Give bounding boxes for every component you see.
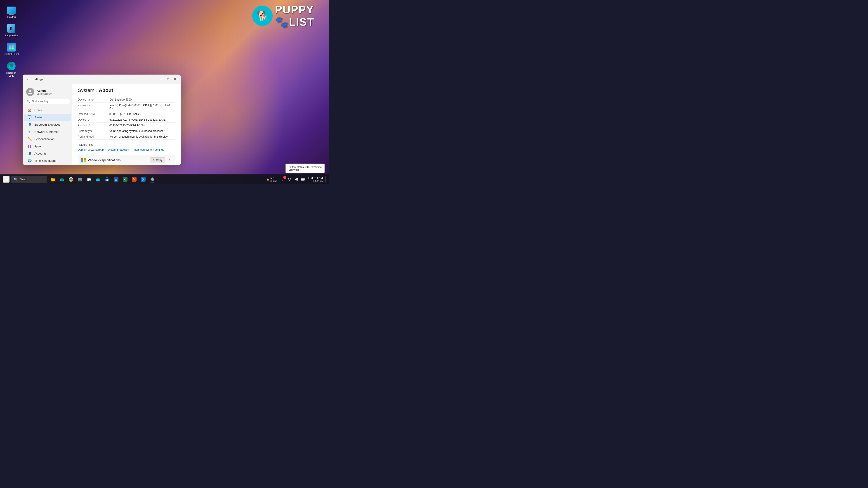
- desktop-icon-this-pc[interactable]: This PC: [2, 4, 20, 20]
- sidebar-item-system[interactable]: System: [24, 113, 71, 121]
- svg-rect-11: [28, 144, 29, 146]
- system-tray: ⌄: [280, 177, 306, 182]
- home-icon: 🏠: [28, 108, 32, 112]
- taskbar-app-excel[interactable]: X: [121, 175, 129, 184]
- info-label-pen-touch: Pen and touch: [78, 135, 110, 138]
- weather-condition: Sunny: [270, 180, 277, 182]
- sidebar-item-network[interactable]: Network & internet: [24, 128, 71, 135]
- sidebar-item-apps[interactable]: Apps: [24, 142, 71, 150]
- start-button[interactable]: ⊞: [3, 176, 10, 183]
- taskbar-app-powerpoint[interactable]: P: [130, 175, 138, 184]
- info-value-ram: 8.00 GB (7.78 GB usable): [110, 112, 176, 116]
- info-row-device-name: Device name Dell-Latitude-5300: [78, 97, 176, 103]
- taskbar-app-files[interactable]: [85, 175, 93, 184]
- sidebar-item-network-label: Network & internet: [34, 130, 59, 133]
- info-row-pen-touch: Pen and touch No pen or touch input is a…: [78, 134, 176, 140]
- info-label-device-id: Device ID: [78, 118, 110, 121]
- edge-label: Microsoft Edge: [3, 71, 19, 77]
- svg-rect-12: [30, 144, 31, 146]
- copy-icon: ⧉: [153, 159, 155, 162]
- personalization-icon: ✏️: [28, 137, 32, 141]
- user-profile: Admin Local Account: [23, 86, 72, 99]
- svg-text:X: X: [124, 178, 126, 181]
- weather-widget[interactable]: ☀️ 68°F Sunny: [265, 176, 278, 183]
- info-value-device-name: Dell-Latitude-5300: [110, 98, 176, 101]
- collapse-button[interactable]: ∧: [167, 158, 172, 162]
- desktop: This PC 🗑 Recycle Bin Control Panel: [0, 0, 329, 184]
- related-link-domain[interactable]: Domain or workgroup: [78, 148, 104, 151]
- taskbar-search[interactable]: 🔍 Search: [11, 176, 47, 183]
- svg-rect-14: [30, 147, 31, 148]
- show-desktop-button[interactable]: [326, 176, 327, 183]
- taskbar: ⊞ 🔍 Search: [0, 174, 329, 184]
- desktop-icon-control-panel[interactable]: Control Panel: [2, 41, 20, 57]
- copy-label: Copy: [156, 159, 162, 162]
- battery-status-line2: 15h 9min: [288, 168, 322, 171]
- window-body: Admin Local Account 🔍 🏠 Home: [23, 84, 181, 165]
- bluetooth-icon: 𝔅: [28, 123, 32, 127]
- sidebar-item-home[interactable]: 🏠 Home: [24, 106, 71, 113]
- windows-specs-title: Windows specifications: [88, 158, 121, 162]
- puppylist-paw-icon: 🐾: [275, 16, 289, 28]
- maximize-button[interactable]: □: [165, 76, 171, 82]
- taskbar-app-camera[interactable]: [76, 175, 84, 184]
- titlebar-left: ← Settings: [25, 76, 43, 82]
- notification-chevron[interactable]: ⌄: [280, 177, 285, 182]
- svg-rect-2: [9, 47, 11, 50]
- taskbar-app-outlook[interactable]: O: [139, 175, 147, 184]
- date-display: 2/25/2025: [308, 180, 323, 182]
- breadcrumb-parent: System: [78, 88, 94, 93]
- taskbar-app-edge[interactable]: [58, 175, 66, 184]
- windows-specs-header[interactable]: Windows specifications ⧉ Copy ∧: [78, 155, 175, 165]
- window-back-button[interactable]: ←: [25, 76, 31, 82]
- user-avatar: [26, 88, 34, 96]
- copy-button[interactable]: ⧉ Copy: [150, 158, 165, 163]
- sidebar-item-bluetooth-label: Bluetooth & devices: [34, 123, 60, 126]
- svg-point-6: [29, 90, 31, 92]
- taskbar-search-icon: 🔍: [13, 177, 18, 182]
- taskbar-clock[interactable]: 11:35:11 AM 2/25/2025: [308, 176, 323, 182]
- desktop-icon-recycle-bin[interactable]: 🗑 Recycle Bin: [2, 23, 20, 38]
- svg-rect-9: [29, 119, 31, 119]
- sidebar-item-bluetooth[interactable]: 𝔅 Bluetooth & devices: [24, 121, 71, 128]
- main-content: System › About Device name Dell-Latitude…: [72, 84, 181, 165]
- sidebar-item-accounts[interactable]: 👤 Accounts: [24, 150, 71, 157]
- volume-icon[interactable]: [293, 177, 299, 182]
- sidebar-item-time[interactable]: 🌍 Time & language: [24, 157, 71, 164]
- taskbar-app-chrome[interactable]: [67, 175, 75, 184]
- info-label-product-id: Product ID: [78, 124, 110, 127]
- close-button[interactable]: ✕: [172, 76, 178, 82]
- settings-search-bar[interactable]: 🔍: [25, 99, 70, 104]
- sidebar-item-personalization[interactable]: ✏️ Personalization: [24, 135, 71, 142]
- wifi-icon[interactable]: [287, 177, 292, 182]
- settings-search-input[interactable]: [32, 100, 68, 103]
- user-info: Admin Local Account: [37, 89, 52, 95]
- svg-rect-23: [79, 177, 81, 178]
- related-link-advanced[interactable]: Advanced system settings: [133, 148, 164, 151]
- section-header-left: Windows specifications: [81, 158, 121, 162]
- svg-text:O: O: [142, 178, 144, 181]
- taskbar-app-settings[interactable]: [148, 175, 156, 184]
- svg-rect-1: [11, 45, 13, 47]
- taskbar-app-word[interactable]: W: [112, 175, 120, 184]
- info-row-system-type: System type 64-bit operating system, x64…: [78, 128, 176, 134]
- battery-icon[interactable]: [301, 177, 306, 182]
- taskbar-app-edge2[interactable]: [94, 175, 102, 184]
- info-label-processor: Processor: [78, 104, 110, 110]
- taskbar-app-store[interactable]: [103, 175, 111, 184]
- time-icon: 🌍: [28, 159, 32, 163]
- desktop-icon-edge[interactable]: Microsoft Edge: [2, 60, 20, 78]
- svg-point-22: [79, 179, 81, 181]
- info-row-ram: Installed RAM 8.00 GB (7.78 GB usable): [78, 111, 176, 117]
- info-row-product-id: Product ID 00330-52193-73493-AAOEM: [78, 123, 176, 128]
- minimize-button[interactable]: ─: [158, 76, 164, 82]
- taskbar-app-file-explorer[interactable]: [49, 175, 57, 184]
- window-controls: ─ □ ✕: [158, 76, 178, 82]
- related-link-protection[interactable]: System protection: [107, 148, 129, 151]
- weather-icon: ☀️: [266, 178, 270, 181]
- sidebar-item-personalization-label: Personalization: [34, 137, 55, 141]
- section-header-actions: ⧉ Copy ∧: [150, 158, 172, 163]
- info-label-ram: Installed RAM: [78, 112, 110, 116]
- user-account-type: Local Account: [37, 92, 52, 95]
- search-icon: 🔍: [27, 100, 30, 103]
